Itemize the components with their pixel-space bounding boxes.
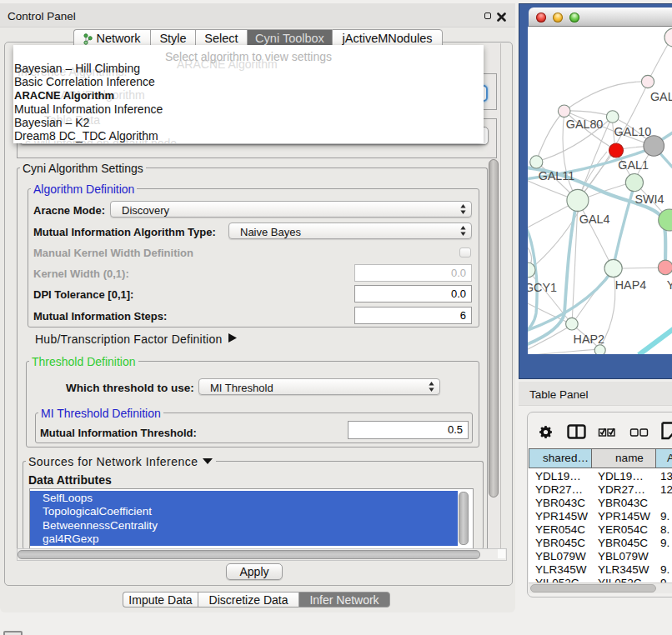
svg-text:GAL7: GAL7 [650,90,672,103]
svg-text:SWI4: SWI4 [634,192,664,206]
svg-text:GAL4: GAL4 [579,212,610,226]
svg-text:GCY1: GCY1 [528,281,557,294]
svg-text:GAL80: GAL80 [566,118,604,131]
svg-text:GAL1: GAL1 [618,158,649,172]
svg-text:HAP2: HAP2 [574,332,604,346]
svg-text:Y: Y [667,278,672,292]
svg-text:GAL11: GAL11 [539,169,574,182]
svg-text:HAP4: HAP4 [615,278,646,292]
svg-text:GAL10: GAL10 [614,125,652,138]
